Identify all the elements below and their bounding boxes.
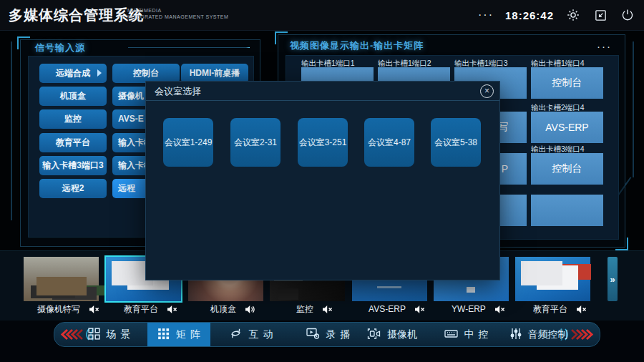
input-source-button[interactable]: 控制台 bbox=[112, 64, 180, 83]
matrix-cell[interactable]: 控制台 bbox=[531, 67, 603, 99]
left-frame-line bbox=[11, 41, 12, 220]
input-source-button[interactable]: 远端合成 bbox=[39, 64, 107, 83]
power-icon[interactable] bbox=[620, 7, 635, 23]
nav-tab-6[interactable]: 中控 bbox=[432, 323, 500, 346]
matrix-cell[interactable] bbox=[531, 195, 603, 226]
clock: 18:26:42 bbox=[505, 9, 554, 21]
nav-tab-label: 音频控制 bbox=[528, 328, 568, 341]
speaker-muted-icon[interactable] bbox=[167, 305, 177, 314]
panel-more-icon[interactable]: ··· bbox=[597, 44, 612, 49]
nav-tab-label: 矩阵 bbox=[176, 328, 205, 341]
thumbnail-label: AVS-ERP bbox=[369, 304, 406, 314]
console-icon bbox=[444, 328, 458, 341]
nav-tab-7[interactable]: 音频控制 bbox=[497, 323, 581, 346]
expand-arrow-icon bbox=[97, 69, 102, 77]
thumbnail-label: 监控 bbox=[296, 303, 313, 315]
input-source-button[interactable]: 教育平台 bbox=[39, 133, 107, 152]
speaker-muted-icon[interactable] bbox=[576, 305, 587, 314]
thumbnail-caption: AVS-ERP bbox=[352, 303, 441, 315]
thumbnail-caption: YW-ERP bbox=[434, 303, 523, 315]
nav-tab-label: 录播 bbox=[326, 328, 355, 341]
header-actions: ··· 18:26:42 bbox=[478, 0, 635, 30]
speaker-muted-icon[interactable] bbox=[414, 305, 425, 314]
thumbnail-caption: 教育平台 bbox=[515, 303, 605, 315]
more-menu-icon[interactable]: ··· bbox=[478, 11, 494, 19]
thumbnail-label: 摄像机特写 bbox=[37, 303, 80, 315]
matrix-cell[interactable]: AVS-ERP bbox=[531, 112, 603, 143]
meeting-room-button[interactable]: 会议室1-249 bbox=[163, 118, 213, 167]
nav-tab-3[interactable]: 互动 bbox=[213, 323, 288, 346]
nav-tab-5[interactable]: 摄像机 bbox=[356, 323, 428, 346]
nav-tab-label: 场景 bbox=[107, 328, 135, 341]
app-title: 多媒体综合管理系统 bbox=[9, 6, 144, 25]
meeting-room-button[interactable]: 会议室5-38 bbox=[431, 118, 481, 167]
settings-gear-icon[interactable] bbox=[565, 7, 581, 23]
meeting-room-button[interactable]: 会议室4-87 bbox=[364, 118, 414, 167]
thumbnail-caption: 摄像机特写 bbox=[24, 303, 113, 315]
thumbnail-label: 教育平台 bbox=[124, 303, 158, 315]
thumbnail-label: YW-ERP bbox=[452, 304, 486, 314]
output-matrix-title: 视频图像显示输出-输出卡矩阵 bbox=[290, 39, 424, 52]
nav-tab-1[interactable]: 场景 bbox=[74, 323, 144, 346]
input-source-button[interactable]: 远程2 bbox=[39, 179, 107, 198]
meeting-room-dialog: 会议室选择 × 会议室1-249会议室2-31会议室3-251会议室4-87会议… bbox=[145, 81, 500, 280]
nav-tab-label: 摄像机 bbox=[387, 328, 417, 341]
input-source-button[interactable]: 输入卡槽3端口3 bbox=[39, 156, 107, 175]
scroll-next-button[interactable]: » bbox=[608, 257, 618, 301]
thumbnail-label: 机顶盒 bbox=[210, 303, 236, 315]
sync-icon bbox=[229, 328, 243, 341]
signal-input-title: 信号输入源 bbox=[35, 41, 85, 54]
app-subtitle: MULTIMEDIA INTEGRATED MANAGEMENT SYSTEM bbox=[127, 7, 228, 20]
thumbnail-caption: 机顶盒 bbox=[188, 303, 278, 315]
record-icon bbox=[306, 328, 320, 341]
header-bar: 多媒体综合管理系统 MULTIMEDIA INTEGRATED MANAGEME… bbox=[0, 0, 644, 31]
nav-tab-label: 互动 bbox=[249, 328, 278, 341]
sliders-icon bbox=[510, 328, 522, 342]
bottom-nav-bar: 场景矩阵互动录播摄像机中控音频控制 bbox=[54, 322, 600, 347]
thumbnail-caption: 教育平台 bbox=[106, 303, 195, 315]
video-thumbnail[interactable] bbox=[515, 257, 590, 301]
matrix-cell[interactable]: 控制台 bbox=[531, 153, 603, 185]
multimedia-management-screen: { "header": { "title": "多媒体综合管理系统", "sub… bbox=[0, 0, 644, 362]
meeting-room-button[interactable]: 会议室3-251 bbox=[298, 118, 348, 167]
dialog-titlebar: 会议室选择 × bbox=[146, 82, 499, 101]
bottom-nav-area: 场景矩阵互动录播摄像机中控音频控制 bbox=[0, 321, 644, 362]
grid-3x3-icon bbox=[157, 328, 170, 342]
video-thumbnail[interactable] bbox=[24, 257, 99, 301]
speaker-on-icon[interactable] bbox=[245, 305, 255, 314]
resize-window-icon[interactable] bbox=[592, 7, 608, 23]
thumbnail-label: 教育平台 bbox=[533, 303, 567, 315]
nav-tab-4[interactable]: 录播 bbox=[291, 323, 366, 346]
nav-tab-2[interactable]: 矩阵 bbox=[147, 323, 210, 346]
dialog-title: 会议室选择 bbox=[155, 85, 201, 98]
thumbnail-caption: 监控 bbox=[270, 303, 359, 315]
app-subtitle-line1: MULTIMEDIA bbox=[127, 7, 228, 14]
speaker-muted-icon[interactable] bbox=[89, 305, 99, 314]
close-icon[interactable]: × bbox=[480, 84, 494, 98]
camera-icon bbox=[367, 328, 381, 341]
speaker-muted-icon[interactable] bbox=[494, 305, 505, 314]
input-source-button[interactable]: 机顶盒 bbox=[39, 87, 107, 106]
app-subtitle-line2: INTEGRATED MANAGEMENT SYSTEM bbox=[127, 14, 228, 20]
input-source-button[interactable]: 监控 bbox=[39, 109, 107, 129]
nav-tab-label: 中控 bbox=[464, 328, 493, 341]
grid-2x2-icon bbox=[88, 328, 100, 342]
right-frame-line bbox=[633, 41, 634, 177]
speaker-muted-icon[interactable] bbox=[322, 305, 333, 314]
title-decor-line bbox=[128, 47, 250, 48]
meeting-room-button[interactable]: 会议室2-31 bbox=[230, 118, 280, 167]
input-source-button[interactable]: HDMI-前桌播 bbox=[181, 64, 248, 83]
